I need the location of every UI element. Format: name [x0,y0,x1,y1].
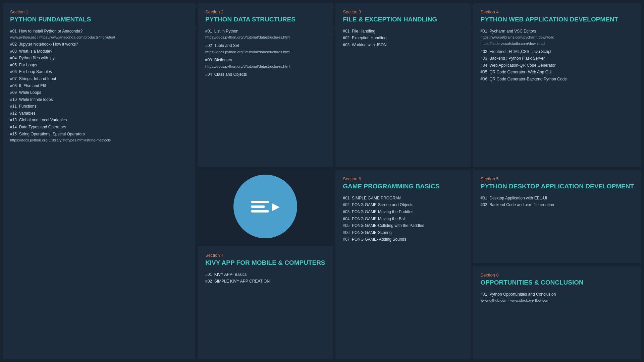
section-8-items: #01 Python Opportunities and Conclusionw… [481,291,634,304]
list-item: #03 PONG GAME-Moving the Paddles [343,209,463,215]
list-item: #03 Working with JSON [343,42,463,48]
section-8-card: Section 8 OPPORTUNITIES & CONCLUSION #01… [473,266,641,359]
list-item: #06 QR Code Generator-Backend Python Cod… [481,76,634,82]
logo-inner: ▶ [251,201,280,213]
list-item: #04 PONG GAME-Moving the Ball [343,216,463,222]
list-item: #03 What is a Module? [10,48,188,55]
section-8-label: Section 8 [481,273,634,278]
section-5-items: #01 Desktop Application with EEL-UI #02 … [481,195,634,208]
list-item: #06 For Loop Samples [10,69,188,75]
list-item: #01 Python Opportunities and Conclusionw… [481,291,634,304]
section-4-label: Section 4 [481,9,634,14]
list-item: #02 PONG GAME-Screen and Objects [343,202,463,208]
list-item: #02 Jupyter Notebook- How it works? [10,41,188,48]
list-item: #06 PONG GAME-Scoring [343,230,463,236]
list-item: #01 List in Pythonhttps://docs.python.or… [205,28,325,41]
list-item: #05 For Loops [10,62,188,68]
section-7-items: #01 KIVY APP- Basics #02 SIMPLE KIVY APP… [205,272,325,285]
logo-line-2 [251,205,265,208]
section-7-label: Section 7 [205,253,325,258]
section-4-card: Section 4 PYTHON WEB APPLICATION DEVELOP… [473,3,641,167]
list-item: #02 Backend Code and .exe file creation [481,202,634,208]
section-6-card: Section 6 GAME PROGRAMMING BASICS #01 SI… [335,170,470,359]
section-3-label: Section 3 [343,9,463,14]
section-1-label: Section 1 [10,9,188,14]
list-item: #04 Python files with .py [10,55,188,61]
logo-play-icon: ▶ [272,201,280,212]
logo-circle: ▶ [233,175,297,238]
section-1-title: PYTHON FUNDAMENTALS [10,15,188,23]
section-2-items: #01 List in Pythonhttps://docs.python.or… [205,28,325,78]
logo-line-1 [251,201,269,203]
section-2-card: Section 2 PYTHON DATA STRUCTURES #01 Lis… [198,3,333,167]
list-item: #10 While Infinite loops [10,97,188,103]
section-8-title: OPPORTUNITIES & CONCLUSION [481,279,634,287]
page: <?php body_class(); ?> $theme_opt $logo_… [0,0,644,362]
logo-lines [251,201,269,213]
section-5-card: Section 5 PYTHON DESKTOP APPLICATION DEV… [473,170,641,263]
section-3-items: #01 File Handling #02 Exception Handling… [343,28,463,48]
list-item: #04 Web Application-QR Code Generator [481,62,634,69]
list-item: #01 How to install Python or Anaconda?ww… [10,28,188,41]
list-item: #02 Tuple and Sethttps://docs.python.org… [205,43,325,55]
section-6-title: GAME PROGRAMMING BASICS [343,182,463,190]
list-item: #07 Strings, Int and Input [10,76,188,82]
logo-line-3 [251,210,269,213]
list-item: #05 QR Code Generator- Web App GUI [481,69,634,75]
section-5-label: Section 5 [481,176,634,181]
list-item: #13 Global and Local Variables [10,117,188,123]
list-item: #02 Exception Handling [343,35,463,41]
list-item: #03 Dictionaryhttps://docs.python.org/3/… [205,57,325,69]
list-item: #07 PONG GAME- Adding Sounds [343,236,463,243]
list-item: #02 SIMPLE KIVY APP CREATION [205,278,325,285]
list-item: #09 While Loops [10,89,188,96]
list-item: #02 Frontend : HTML,CSS, Java Script [481,49,634,55]
list-item: #05 PONG GAME-Colliding with the Paddles [343,223,463,229]
section-4-title: PYTHON WEB APPLICATION DEVELOPMENT [481,15,634,23]
section-3-card: Section 3 FILE & EXCEPTION HANDLING #01 … [335,3,470,167]
section-2-title: PYTHON DATA STRUCTURES [205,15,325,23]
list-item: #14 Data Types and Operators [10,124,188,130]
section-1-card: Section 1 PYTHON FUNDAMENTALS #01 How to… [3,3,195,359]
list-item: #11 Functions [10,103,188,110]
section-6-label: Section 6 [343,176,463,181]
list-item: #01 Pycharm and VSC Editorshttps://www.j… [481,28,634,47]
section-5-title: PYTHON DESKTOP APPLICATION DEVELOPMENT [481,182,634,190]
list-item: #15 String Operations, Special Operators… [10,131,188,143]
list-item: #01 File Handling [343,28,463,35]
list-item: #01 Desktop Application with EEL-UI [481,195,634,201]
section-2-label: Section 2 [205,9,325,14]
section-6-items: #01 SIMPLE GAME PROGRAM #02 PONG GAME-Sc… [343,195,463,243]
list-item: #04 Class and Objects [205,71,325,78]
section-7-title: KIVY APP FOR MOBILE & COMPUTERS [205,259,325,267]
list-item: #01 KIVY APP- Basics [205,272,325,278]
list-item: #03 Backend : Python Flask Server [481,55,634,62]
logo-area: ▶ [198,170,333,243]
section-4-items: #01 Pycharm and VSC Editorshttps://www.j… [481,28,634,82]
section-1-items: #01 How to install Python or Anaconda?ww… [10,28,188,143]
section-3-title: FILE & EXCEPTION HANDLING [343,15,463,23]
list-item: #08 If, Else and Elif [10,83,188,89]
section-7-card: Section 7 KIVY APP FOR MOBILE & COMPUTER… [198,246,333,359]
list-item: #12 Variables [10,110,188,117]
list-item: #01 SIMPLE GAME PROGRAM [343,195,463,201]
